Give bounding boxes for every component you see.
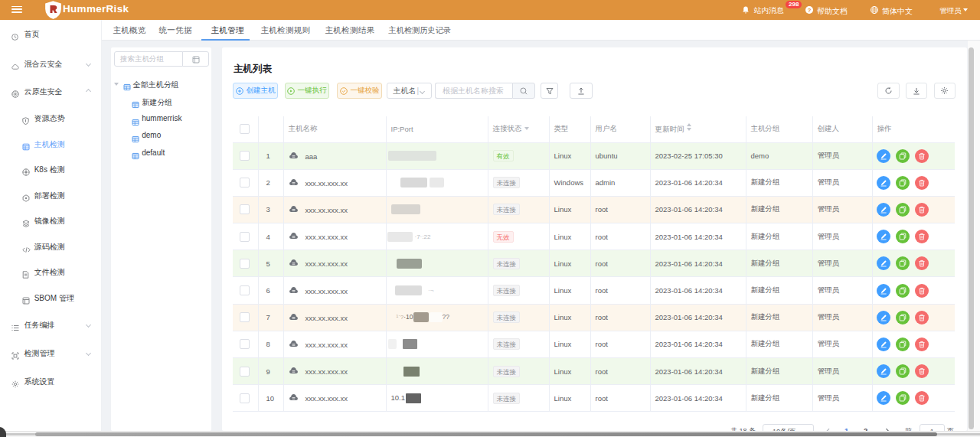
svg-text:?: ? [808, 7, 812, 14]
